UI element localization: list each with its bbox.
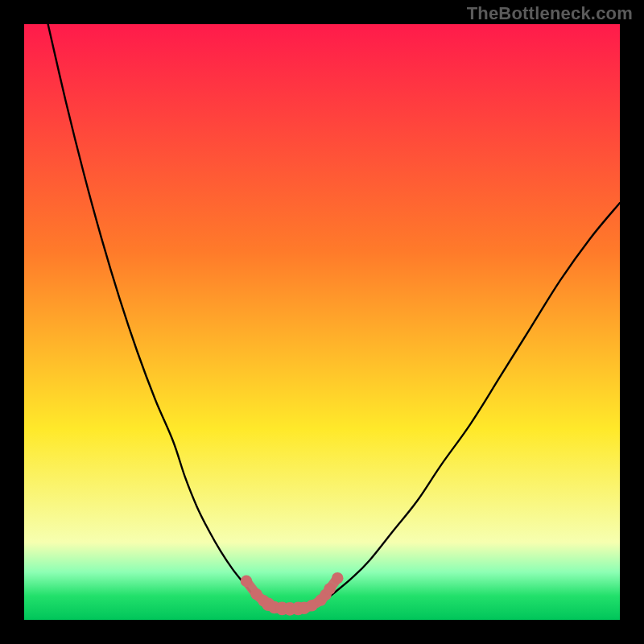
watermark-text: TheBottleneck.com	[467, 3, 633, 24]
chart-stage: TheBottleneck.com	[0, 0, 644, 644]
marker-dot	[332, 572, 344, 584]
bottleneck-chart	[0, 0, 644, 644]
plot-background	[24, 24, 620, 620]
marker-dot	[324, 583, 336, 595]
marker-dot	[241, 576, 253, 588]
